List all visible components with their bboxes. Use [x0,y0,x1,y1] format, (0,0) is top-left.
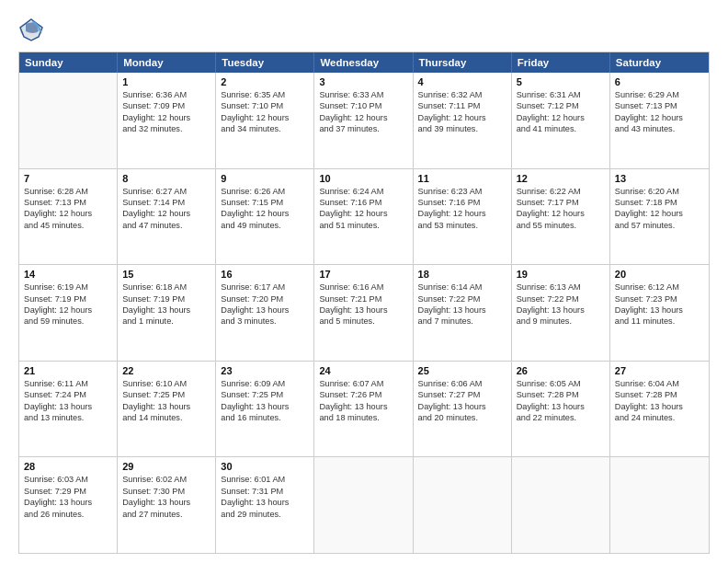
cell-info: Daylight: 13 hours [517,401,605,412]
cell-info: Daylight: 13 hours [319,401,407,412]
day-number: 27 [615,365,704,376]
calendar-cell: 15Sunrise: 6:18 AMSunset: 7:19 PMDayligh… [118,265,216,361]
day-number: 10 [319,173,407,184]
cell-info: Daylight: 12 hours [418,208,506,219]
cell-info: Daylight: 13 hours [517,304,605,316]
cell-info: and 27 minutes. [122,509,210,520]
day-number: 19 [517,269,605,280]
logo [18,17,48,42]
header [18,17,710,42]
calendar-cell: 9Sunrise: 6:26 AMSunset: 7:15 PMDaylight… [216,169,314,265]
cell-info: Daylight: 13 hours [221,401,309,412]
calendar-row: 21Sunrise: 6:11 AMSunset: 7:24 PMDayligh… [19,362,709,458]
cell-info: Sunset: 7:28 PM [517,389,605,400]
day-number: 29 [122,461,210,472]
calendar-cell: 2Sunrise: 6:35 AMSunset: 7:10 PMDaylight… [216,73,314,168]
cell-info: Sunrise: 6:14 AM [418,282,506,293]
cell-info: and 47 minutes. [122,220,210,231]
cell-info: Sunset: 7:16 PM [418,197,506,208]
cell-info: Daylight: 12 hours [122,208,210,219]
cell-info: Daylight: 13 hours [122,304,210,316]
weekday-header: Wednesday [314,52,413,73]
cell-info: Sunrise: 6:02 AM [122,474,210,485]
cell-info: Sunrise: 6:03 AM [24,474,112,485]
page: SundayMondayTuesdayWednesdayThursdayFrid… [0,0,728,563]
cell-info: Sunset: 7:23 PM [615,293,704,304]
cell-info: and 3 minutes. [221,316,309,327]
cell-info: Daylight: 13 hours [221,304,309,316]
day-number: 18 [418,269,506,280]
calendar-cell: 30Sunrise: 6:01 AMSunset: 7:31 PMDayligh… [216,457,314,553]
cell-info: Sunset: 7:22 PM [418,293,506,304]
day-number: 11 [418,173,506,184]
cell-info: Sunrise: 6:19 AM [24,282,112,293]
cell-info: and 32 minutes. [122,123,210,134]
cell-info: Sunrise: 6:09 AM [221,378,309,389]
calendar-cell [610,457,709,553]
calendar-cell: 26Sunrise: 6:05 AMSunset: 7:28 PMDayligh… [512,362,610,457]
cell-info: Daylight: 13 hours [221,497,309,508]
day-number: 17 [319,269,407,280]
cell-info: Sunrise: 6:10 AM [122,378,210,389]
cell-info: Daylight: 12 hours [517,208,605,219]
cell-info: Sunrise: 6:13 AM [517,282,605,293]
cell-info: Sunrise: 6:07 AM [319,378,407,389]
cell-info: Sunrise: 6:24 AM [319,186,407,197]
calendar-cell: 24Sunrise: 6:07 AMSunset: 7:26 PMDayligh… [314,362,413,457]
calendar-cell: 10Sunrise: 6:24 AMSunset: 7:16 PMDayligh… [314,169,413,265]
day-number: 25 [418,365,506,376]
cell-info: Sunrise: 6:29 AM [615,89,704,100]
day-number: 21 [24,365,112,376]
cell-info: Sunset: 7:27 PM [418,389,506,400]
weekday-header: Saturday [610,52,709,73]
calendar-cell: 6Sunrise: 6:29 AMSunset: 7:13 PMDaylight… [610,73,709,168]
calendar-cell: 16Sunrise: 6:17 AMSunset: 7:20 PMDayligh… [216,265,314,361]
cell-info: Sunset: 7:19 PM [122,293,210,304]
calendar-cell: 12Sunrise: 6:22 AMSunset: 7:17 PMDayligh… [512,169,610,265]
day-number: 24 [319,365,407,376]
day-number: 22 [122,365,210,376]
cell-info: and 26 minutes. [24,509,112,520]
cell-info: Sunset: 7:26 PM [319,389,407,400]
calendar: SundayMondayTuesdayWednesdayThursdayFrid… [18,52,710,554]
day-number: 7 [24,173,112,184]
cell-info: Sunrise: 6:27 AM [122,186,210,197]
cell-info: Sunset: 7:13 PM [24,197,112,208]
cell-info: Sunset: 7:10 PM [319,100,407,111]
cell-info: Sunset: 7:29 PM [24,486,112,497]
cell-info: Sunrise: 6:11 AM [24,378,112,389]
day-number: 5 [517,76,605,87]
cell-info: Daylight: 13 hours [615,304,704,316]
cell-info: Sunset: 7:16 PM [319,197,407,208]
calendar-cell [512,457,610,553]
cell-info: Sunset: 7:12 PM [517,100,605,111]
day-number: 26 [517,365,605,376]
calendar-cell: 27Sunrise: 6:04 AMSunset: 7:28 PMDayligh… [610,362,709,457]
cell-info: Daylight: 13 hours [418,304,506,316]
cell-info: Sunset: 7:25 PM [221,389,309,400]
day-number: 23 [221,365,309,376]
cell-info: Daylight: 12 hours [615,208,704,219]
cell-info: Sunset: 7:09 PM [122,100,210,111]
weekday-header: Friday [512,52,610,73]
cell-info: Sunrise: 6:28 AM [24,186,112,197]
cell-info: Sunrise: 6:20 AM [615,186,704,197]
cell-info: Sunset: 7:21 PM [319,293,407,304]
calendar-row: 14Sunrise: 6:19 AMSunset: 7:19 PMDayligh… [19,265,709,362]
calendar-cell: 4Sunrise: 6:32 AMSunset: 7:11 PMDaylight… [414,73,512,168]
cell-info: and 55 minutes. [517,220,605,231]
cell-info: Sunset: 7:30 PM [122,486,210,497]
day-number: 1 [122,76,210,87]
cell-info: and 59 minutes. [24,316,112,327]
calendar-cell: 20Sunrise: 6:12 AMSunset: 7:23 PMDayligh… [610,265,709,361]
calendar-cell: 29Sunrise: 6:02 AMSunset: 7:30 PMDayligh… [118,457,216,553]
calendar-cell: 3Sunrise: 6:33 AMSunset: 7:10 PMDaylight… [314,73,413,168]
cell-info: and 16 minutes. [221,412,309,423]
day-number: 20 [615,269,704,280]
cell-info: Sunset: 7:28 PM [615,389,704,400]
cell-info: Sunset: 7:22 PM [517,293,605,304]
calendar-cell: 28Sunrise: 6:03 AMSunset: 7:29 PMDayligh… [19,457,118,553]
calendar-row: 7Sunrise: 6:28 AMSunset: 7:13 PMDaylight… [19,169,709,266]
cell-info: Daylight: 12 hours [24,208,112,219]
cell-info: Sunrise: 6:16 AM [319,282,407,293]
